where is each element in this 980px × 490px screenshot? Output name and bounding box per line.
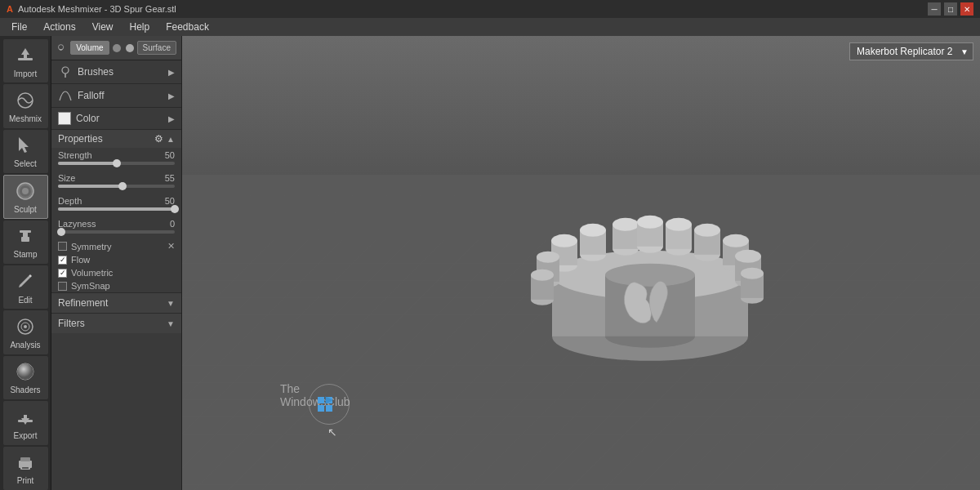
lazyness-value: 0 — [170, 219, 175, 229]
menu-feedback[interactable]: Feedback — [158, 18, 217, 36]
brushes-row[interactable]: Brushes ▶ — [51, 60, 181, 83]
brushes-arrow: ▶ — [168, 68, 175, 77]
svg-point-22 — [62, 67, 69, 74]
size-slider-fill — [58, 185, 122, 188]
depth-row: Depth 50 — [51, 194, 181, 216]
color-row-left: Color — [58, 112, 100, 125]
color-label: Color — [76, 113, 100, 124]
strength-slider-track[interactable] — [58, 162, 175, 165]
lazyness-label-row: Lazyness 0 — [58, 219, 175, 229]
analysis-icon — [14, 315, 37, 338]
strength-row: Strength 50 — [51, 148, 181, 171]
tool-print[interactable]: Print — [3, 447, 48, 490]
surface-toggle[interactable]: Surface — [137, 41, 176, 55]
properties-header: Properties ⚙ ▲ — [51, 130, 181, 148]
tool-meshmix[interactable]: Meshmix — [3, 84, 48, 127]
gear-icon[interactable]: ⚙ — [154, 133, 163, 145]
falloff-row-left: Falloff — [58, 88, 104, 103]
lazyness-label: Lazyness — [58, 219, 96, 229]
volumetric-checkbox[interactable]: ✓ — [58, 269, 67, 278]
symmetry-x-icon[interactable]: ✕ — [167, 241, 175, 252]
color-row[interactable]: Color ▶ — [51, 108, 181, 129]
svg-point-39 — [551, 234, 577, 247]
svg-point-6 — [22, 188, 29, 194]
properties-title: Properties — [58, 133, 103, 145]
size-slider-thumb[interactable] — [118, 182, 127, 190]
flow-row: ✓ Flow — [51, 253, 181, 266]
tool-import[interactable]: Import — [3, 39, 48, 82]
falloff-section: Falloff ▶ — [51, 84, 181, 108]
svg-point-21 — [58, 44, 63, 49]
strength-slider-thumb[interactable] — [113, 159, 121, 167]
print-icon — [14, 451, 37, 474]
symmetry-row: Symmetry ✕ — [51, 239, 181, 253]
tool-analysis[interactable]: Analysis — [3, 310, 48, 354]
collapse-icon[interactable]: ▲ — [167, 135, 175, 144]
menu-help[interactable]: Help — [122, 18, 158, 36]
export-label: Export — [14, 431, 38, 440]
maximize-button[interactable]: □ — [944, 2, 957, 16]
brushes-section: Brushes ▶ — [51, 60, 181, 84]
menu-actions[interactable]: Actions — [35, 18, 83, 36]
printer-select[interactable]: Makerbot Replicator 2 — [849, 42, 973, 60]
refinement-chevron: ▼ — [167, 299, 175, 308]
symsnap-checkbox[interactable] — [58, 282, 67, 291]
lazyness-slider-thumb[interactable] — [57, 228, 65, 236]
viewport[interactable]: Makerbot Replicator 2 ▼ FRONT RIGHT — [182, 36, 980, 490]
depth-label-row: Depth 50 — [58, 196, 175, 206]
symmetry-checkbox[interactable] — [58, 242, 67, 251]
flow-checkbox[interactable]: ✓ — [58, 256, 67, 265]
tool-select[interactable]: Select — [3, 130, 48, 173]
volume-toggle[interactable]: Volume — [70, 41, 109, 55]
svg-point-66 — [537, 252, 559, 263]
menu-file[interactable]: File — [3, 18, 35, 36]
tool-sculpt[interactable]: Sculpt — [3, 175, 48, 218]
svg-point-54 — [694, 224, 720, 237]
refinement-header[interactable]: Refinement ▼ — [51, 292, 181, 313]
symmetry-label: Symmetry — [71, 242, 112, 252]
analysis-label: Analysis — [10, 341, 40, 350]
sculpt-panel: Volume Surface Brushes ▶ — [51, 36, 182, 490]
menu-view[interactable]: View — [84, 18, 122, 36]
color-arrow: ▶ — [168, 114, 175, 123]
svg-rect-18 — [20, 457, 30, 461]
properties-header-left: Properties — [58, 133, 103, 145]
size-label: Size — [58, 173, 75, 183]
mode-dot-1 — [113, 44, 121, 52]
size-row: Size 55 — [51, 171, 181, 194]
titlebar: A Autodesk Meshmixer - 3D Spur Gear.stl … — [0, 0, 980, 18]
minimize-button[interactable]: ─ — [928, 2, 941, 16]
size-slider-track[interactable] — [58, 185, 175, 188]
svg-rect-20 — [22, 467, 29, 469]
svg-point-36 — [605, 264, 695, 287]
size-value: 55 — [165, 173, 175, 183]
edit-label: Edit — [18, 296, 32, 305]
sculpt-label: Sculpt — [14, 205, 37, 214]
main-layout: Import Meshmix Select — [0, 36, 980, 490]
refinement-label: Refinement — [58, 297, 108, 309]
close-button[interactable]: ✕ — [960, 2, 973, 16]
lazyness-slider-track[interactable] — [58, 230, 175, 234]
menubar: File Actions View Help Feedback — [0, 18, 980, 36]
filters-label: Filters — [58, 318, 85, 329]
falloff-row[interactable]: Falloff ▶ — [51, 84, 181, 107]
depth-slider-track[interactable] — [58, 207, 175, 211]
tool-edit[interactable]: Edit — [3, 265, 48, 309]
depth-slider-thumb[interactable] — [171, 205, 179, 213]
svg-point-63 — [741, 268, 764, 279]
flow-label: Flow — [71, 255, 90, 265]
tool-shaders[interactable]: Shaders — [3, 356, 48, 399]
symsnap-label: SymSnap — [71, 281, 110, 291]
volumetric-row: ✓ Volumetric — [51, 266, 181, 279]
tool-stamp[interactable]: Stamp — [3, 220, 48, 264]
select-label: Select — [14, 159, 37, 168]
filters-header[interactable]: Filters ▼ — [51, 313, 181, 333]
tool-export[interactable]: Export — [3, 401, 48, 444]
svg-point-14 — [17, 363, 33, 380]
brushes-label: Brushes — [78, 66, 114, 78]
svg-point-69 — [531, 270, 554, 281]
meshmix-label: Meshmix — [9, 114, 42, 123]
meshmix-icon — [14, 89, 37, 112]
svg-marker-1 — [21, 48, 29, 58]
mode-toggle-group: Volume Surface — [70, 41, 176, 55]
